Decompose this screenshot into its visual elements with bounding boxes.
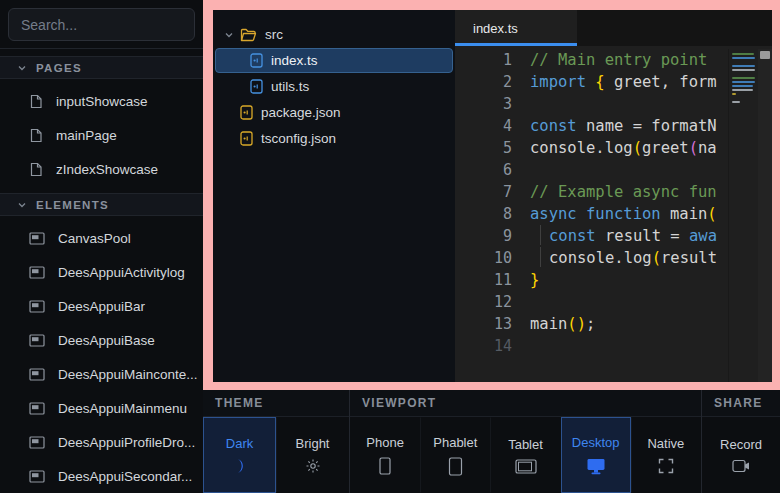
toolbar-group-label: THEME — [215, 396, 264, 410]
code-token: ( — [652, 249, 661, 267]
sidebar-item-canvaspool[interactable]: CanvasPool — [0, 221, 203, 255]
code-token: ) — [577, 315, 586, 333]
scrollbar-thumb[interactable] — [760, 51, 770, 59]
code-line: 9const result = awa — [455, 225, 728, 247]
code-line: 5console.log(greet(na — [455, 137, 728, 159]
code-token: console.log — [530, 139, 633, 157]
editor-body: 1// Main entry point2import { greet, for… — [455, 46, 772, 382]
search-wrap — [0, 0, 203, 41]
sidebar-item-deesappuibase[interactable]: DeesAppuiBase — [0, 323, 203, 357]
tree-chevron-slot — [226, 30, 240, 40]
minimap-line — [732, 65, 755, 67]
element-icon — [29, 232, 45, 245]
minimap-line — [732, 97, 758, 99]
line-number: 14 — [455, 335, 512, 357]
phone-button[interactable]: Phone — [350, 417, 420, 493]
record-button[interactable]: Record — [702, 417, 780, 493]
sidebar-item-deesappuimainmenu[interactable]: DeesAppuiMainmenu — [0, 391, 203, 425]
sidebar-item-deesappuibar[interactable]: DeesAppuiBar — [0, 289, 203, 323]
sidebar-sections: PAGESinputShowcasemainPagezIndexShowcase… — [0, 56, 203, 493]
bright-button[interactable]: Bright — [276, 417, 349, 493]
chevron-down-icon — [17, 200, 27, 210]
sidebar-item-inputshowcase[interactable]: inputShowcase — [0, 84, 203, 118]
line-number: 1 — [455, 49, 512, 71]
section-header-pages[interactable]: PAGES — [0, 56, 203, 79]
editor: index.ts 1// Main entry point2import { g… — [455, 10, 772, 382]
code-line: 11} — [455, 269, 728, 291]
element-icon — [29, 334, 45, 347]
line-number: 7 — [455, 181, 512, 203]
code-token: } — [530, 271, 539, 289]
minimap-line — [732, 69, 755, 71]
sidebar-item-label: DeesAppuiProfileDro... — [58, 435, 195, 450]
search-input[interactable] — [8, 8, 195, 41]
sidebar-item-deesappuisecondar[interactable]: DeesAppuiSecondar... — [0, 459, 203, 493]
code-token: { — [595, 73, 604, 91]
sidebar-item-deesappuiactivitylog[interactable]: DeesAppuiActivitylog — [0, 255, 203, 289]
code-tokens — [512, 291, 530, 313]
minimap[interactable] — [728, 49, 758, 382]
line-number: 4 — [455, 115, 512, 137]
native-button[interactable]: Native — [631, 417, 701, 493]
editor-scrollbar[interactable] — [758, 49, 772, 382]
sidebar-item-deesappuimainconte[interactable]: DeesAppuiMainconte... — [0, 357, 203, 391]
minimap-line — [732, 93, 736, 95]
preview-highlight-frame: srcindex.tsutils.tspackage.jsontsconfig.… — [203, 0, 780, 390]
element-icon — [29, 402, 45, 415]
tab-index-ts[interactable]: index.ts — [455, 10, 577, 46]
code-token: result — [661, 249, 717, 267]
sun-icon — [305, 458, 321, 474]
json-file-icon — [240, 131, 253, 146]
code-token: name = formatN — [577, 117, 717, 135]
code-tokens: // Main entry point — [512, 49, 707, 71]
code-token: // Example async fun — [530, 183, 717, 201]
sidebar-item-deesappuiprofiledro[interactable]: DeesAppuiProfileDro... — [0, 425, 203, 459]
code-token: result = — [596, 227, 689, 245]
minimap-line — [732, 89, 753, 91]
tree-item-src[interactable]: src — [215, 22, 453, 47]
code-token: ( — [633, 139, 642, 157]
document-icon — [29, 94, 43, 109]
toolbar-button-label: Bright — [296, 436, 330, 451]
desktop-button[interactable]: Desktop — [561, 417, 631, 493]
tree-item-label: package.json — [261, 105, 341, 120]
toolbar-group-viewport: VIEWPORTPhonePhabletTabletDesktopNative — [349, 390, 701, 493]
sidebar-item-label: zIndexShowcase — [56, 162, 158, 177]
bottom-toolbar: THEMEDarkBrightVIEWPORTPhonePhabletTable… — [203, 390, 780, 493]
code-tokens: async function main( — [512, 203, 717, 225]
dark-button[interactable]: Dark — [203, 417, 276, 493]
sidebar-item-zindexshowcase[interactable]: zIndexShowcase — [0, 152, 203, 186]
code-token: main — [661, 205, 708, 223]
line-number: 13 — [455, 313, 512, 335]
phablet-button[interactable]: Phablet — [420, 417, 490, 493]
toolbar-group-header: THEME — [203, 390, 349, 417]
code-tokens: console.log(result — [512, 247, 717, 269]
code-token: awa — [689, 227, 717, 245]
sidebar-item-label: inputShowcase — [56, 94, 148, 109]
code-token — [586, 73, 595, 91]
line-number: 5 — [455, 137, 512, 159]
tablet-button[interactable]: Tablet — [490, 417, 560, 493]
code-token: const — [530, 117, 577, 135]
code-token — [577, 205, 586, 223]
minimap-line — [732, 77, 755, 79]
minimap-line — [732, 53, 754, 55]
sidebar-item-label: DeesAppuiSecondar... — [58, 469, 192, 484]
line-number: 2 — [455, 71, 512, 93]
tree-item-package-json[interactable]: package.json — [215, 100, 453, 125]
minimap-line — [732, 81, 755, 83]
tree-item-index-ts[interactable]: index.ts — [215, 48, 453, 73]
code-token: greet — [642, 139, 689, 157]
code-tokens: // Example async fun — [512, 181, 717, 203]
code-area[interactable]: 1// Main entry point2import { greet, for… — [455, 49, 728, 382]
section-items: CanvasPoolDeesAppuiActivitylogDeesAppuiB… — [0, 216, 203, 493]
record-icon — [732, 459, 750, 473]
code-token: main — [530, 315, 567, 333]
sidebar-item-mainpage[interactable]: mainPage — [0, 118, 203, 152]
tree-item-tsconfig-json[interactable]: tsconfig.json — [215, 126, 453, 151]
toolbar-group-label: VIEWPORT — [362, 396, 436, 410]
line-number: 6 — [455, 159, 512, 181]
code-line: 10console.log(result — [455, 247, 728, 269]
tree-item-utils-ts[interactable]: utils.ts — [215, 74, 453, 99]
section-header-elements[interactable]: ELEMENTS — [0, 193, 203, 216]
